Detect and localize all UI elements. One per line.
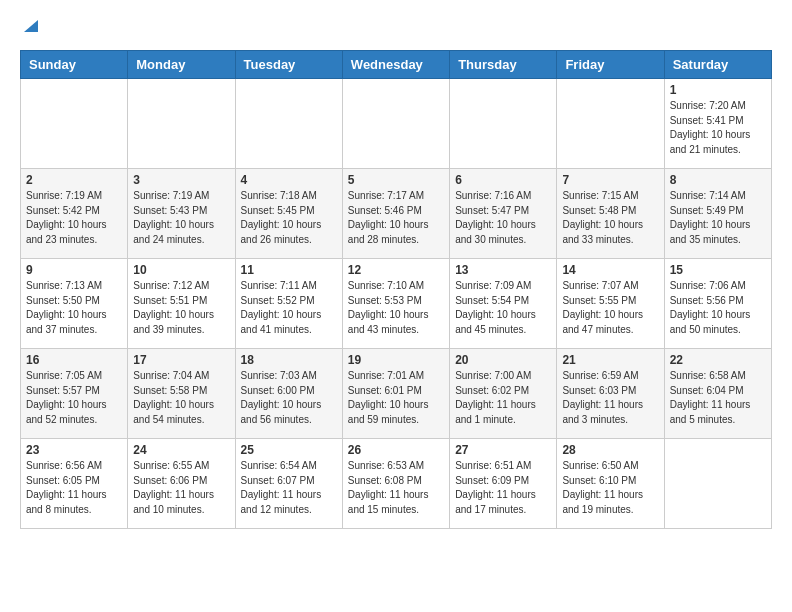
day-info: Sunrise: 7:11 AM Sunset: 5:52 PM Dayligh… <box>241 279 337 337</box>
day-info: Sunrise: 7:04 AM Sunset: 5:58 PM Dayligh… <box>133 369 229 427</box>
calendar-cell <box>664 439 771 529</box>
calendar-cell: 28Sunrise: 6:50 AM Sunset: 6:10 PM Dayli… <box>557 439 664 529</box>
calendar-cell: 27Sunrise: 6:51 AM Sunset: 6:09 PM Dayli… <box>450 439 557 529</box>
calendar-cell: 4Sunrise: 7:18 AM Sunset: 5:45 PM Daylig… <box>235 169 342 259</box>
day-info: Sunrise: 7:15 AM Sunset: 5:48 PM Dayligh… <box>562 189 658 247</box>
day-info: Sunrise: 7:12 AM Sunset: 5:51 PM Dayligh… <box>133 279 229 337</box>
day-number: 9 <box>26 263 122 277</box>
calendar-cell: 19Sunrise: 7:01 AM Sunset: 6:01 PM Dayli… <box>342 349 449 439</box>
calendar-cell <box>235 79 342 169</box>
day-number: 14 <box>562 263 658 277</box>
day-number: 17 <box>133 353 229 367</box>
day-number: 12 <box>348 263 444 277</box>
weekday-header-wednesday: Wednesday <box>342 51 449 79</box>
calendar-cell: 21Sunrise: 6:59 AM Sunset: 6:03 PM Dayli… <box>557 349 664 439</box>
day-number: 26 <box>348 443 444 457</box>
day-info: Sunrise: 6:58 AM Sunset: 6:04 PM Dayligh… <box>670 369 766 427</box>
day-info: Sunrise: 7:07 AM Sunset: 5:55 PM Dayligh… <box>562 279 658 337</box>
calendar-cell: 11Sunrise: 7:11 AM Sunset: 5:52 PM Dayli… <box>235 259 342 349</box>
weekday-header-friday: Friday <box>557 51 664 79</box>
day-number: 3 <box>133 173 229 187</box>
day-info: Sunrise: 6:50 AM Sunset: 6:10 PM Dayligh… <box>562 459 658 517</box>
day-number: 16 <box>26 353 122 367</box>
day-info: Sunrise: 7:14 AM Sunset: 5:49 PM Dayligh… <box>670 189 766 247</box>
calendar-cell: 5Sunrise: 7:17 AM Sunset: 5:46 PM Daylig… <box>342 169 449 259</box>
day-number: 4 <box>241 173 337 187</box>
weekday-header-tuesday: Tuesday <box>235 51 342 79</box>
weekday-header-sunday: Sunday <box>21 51 128 79</box>
calendar-cell <box>342 79 449 169</box>
calendar-cell: 23Sunrise: 6:56 AM Sunset: 6:05 PM Dayli… <box>21 439 128 529</box>
day-info: Sunrise: 7:10 AM Sunset: 5:53 PM Dayligh… <box>348 279 444 337</box>
calendar-cell: 17Sunrise: 7:04 AM Sunset: 5:58 PM Dayli… <box>128 349 235 439</box>
day-info: Sunrise: 7:03 AM Sunset: 6:00 PM Dayligh… <box>241 369 337 427</box>
day-info: Sunrise: 7:17 AM Sunset: 5:46 PM Dayligh… <box>348 189 444 247</box>
day-number: 24 <box>133 443 229 457</box>
calendar-cell: 18Sunrise: 7:03 AM Sunset: 6:00 PM Dayli… <box>235 349 342 439</box>
logo <box>20 20 40 34</box>
day-info: Sunrise: 7:05 AM Sunset: 5:57 PM Dayligh… <box>26 369 122 427</box>
day-info: Sunrise: 7:09 AM Sunset: 5:54 PM Dayligh… <box>455 279 551 337</box>
day-number: 10 <box>133 263 229 277</box>
calendar-week-2: 2Sunrise: 7:19 AM Sunset: 5:42 PM Daylig… <box>21 169 772 259</box>
calendar-week-5: 23Sunrise: 6:56 AM Sunset: 6:05 PM Dayli… <box>21 439 772 529</box>
day-info: Sunrise: 6:59 AM Sunset: 6:03 PM Dayligh… <box>562 369 658 427</box>
calendar-week-1: 1Sunrise: 7:20 AM Sunset: 5:41 PM Daylig… <box>21 79 772 169</box>
day-info: Sunrise: 7:20 AM Sunset: 5:41 PM Dayligh… <box>670 99 766 157</box>
day-info: Sunrise: 6:54 AM Sunset: 6:07 PM Dayligh… <box>241 459 337 517</box>
calendar-cell <box>557 79 664 169</box>
day-number: 22 <box>670 353 766 367</box>
weekday-header-saturday: Saturday <box>664 51 771 79</box>
day-number: 28 <box>562 443 658 457</box>
calendar-header-row: SundayMondayTuesdayWednesdayThursdayFrid… <box>21 51 772 79</box>
calendar-cell: 14Sunrise: 7:07 AM Sunset: 5:55 PM Dayli… <box>557 259 664 349</box>
logo-triangle-icon <box>22 16 40 34</box>
day-info: Sunrise: 7:19 AM Sunset: 5:43 PM Dayligh… <box>133 189 229 247</box>
day-number: 2 <box>26 173 122 187</box>
day-number: 5 <box>348 173 444 187</box>
calendar-cell: 10Sunrise: 7:12 AM Sunset: 5:51 PM Dayli… <box>128 259 235 349</box>
calendar-week-3: 9Sunrise: 7:13 AM Sunset: 5:50 PM Daylig… <box>21 259 772 349</box>
calendar-cell: 13Sunrise: 7:09 AM Sunset: 5:54 PM Dayli… <box>450 259 557 349</box>
calendar-cell: 2Sunrise: 7:19 AM Sunset: 5:42 PM Daylig… <box>21 169 128 259</box>
page-header <box>20 20 772 34</box>
day-info: Sunrise: 7:01 AM Sunset: 6:01 PM Dayligh… <box>348 369 444 427</box>
day-info: Sunrise: 6:51 AM Sunset: 6:09 PM Dayligh… <box>455 459 551 517</box>
day-number: 18 <box>241 353 337 367</box>
calendar-cell: 20Sunrise: 7:00 AM Sunset: 6:02 PM Dayli… <box>450 349 557 439</box>
calendar-cell: 25Sunrise: 6:54 AM Sunset: 6:07 PM Dayli… <box>235 439 342 529</box>
calendar-cell <box>450 79 557 169</box>
day-number: 13 <box>455 263 551 277</box>
day-number: 15 <box>670 263 766 277</box>
calendar-cell: 15Sunrise: 7:06 AM Sunset: 5:56 PM Dayli… <box>664 259 771 349</box>
day-info: Sunrise: 7:00 AM Sunset: 6:02 PM Dayligh… <box>455 369 551 427</box>
day-number: 27 <box>455 443 551 457</box>
calendar-cell: 26Sunrise: 6:53 AM Sunset: 6:08 PM Dayli… <box>342 439 449 529</box>
day-info: Sunrise: 7:06 AM Sunset: 5:56 PM Dayligh… <box>670 279 766 337</box>
day-info: Sunrise: 6:53 AM Sunset: 6:08 PM Dayligh… <box>348 459 444 517</box>
calendar-cell: 7Sunrise: 7:15 AM Sunset: 5:48 PM Daylig… <box>557 169 664 259</box>
calendar-table: SundayMondayTuesdayWednesdayThursdayFrid… <box>20 50 772 529</box>
day-number: 21 <box>562 353 658 367</box>
calendar-cell: 12Sunrise: 7:10 AM Sunset: 5:53 PM Dayli… <box>342 259 449 349</box>
day-number: 19 <box>348 353 444 367</box>
day-info: Sunrise: 6:55 AM Sunset: 6:06 PM Dayligh… <box>133 459 229 517</box>
calendar-week-4: 16Sunrise: 7:05 AM Sunset: 5:57 PM Dayli… <box>21 349 772 439</box>
day-number: 20 <box>455 353 551 367</box>
calendar-cell: 1Sunrise: 7:20 AM Sunset: 5:41 PM Daylig… <box>664 79 771 169</box>
day-info: Sunrise: 7:16 AM Sunset: 5:47 PM Dayligh… <box>455 189 551 247</box>
day-info: Sunrise: 7:13 AM Sunset: 5:50 PM Dayligh… <box>26 279 122 337</box>
day-info: Sunrise: 6:56 AM Sunset: 6:05 PM Dayligh… <box>26 459 122 517</box>
day-info: Sunrise: 7:18 AM Sunset: 5:45 PM Dayligh… <box>241 189 337 247</box>
calendar-cell: 22Sunrise: 6:58 AM Sunset: 6:04 PM Dayli… <box>664 349 771 439</box>
calendar-cell: 8Sunrise: 7:14 AM Sunset: 5:49 PM Daylig… <box>664 169 771 259</box>
calendar-cell: 3Sunrise: 7:19 AM Sunset: 5:43 PM Daylig… <box>128 169 235 259</box>
calendar-cell: 9Sunrise: 7:13 AM Sunset: 5:50 PM Daylig… <box>21 259 128 349</box>
calendar-cell: 16Sunrise: 7:05 AM Sunset: 5:57 PM Dayli… <box>21 349 128 439</box>
calendar-cell: 24Sunrise: 6:55 AM Sunset: 6:06 PM Dayli… <box>128 439 235 529</box>
day-number: 8 <box>670 173 766 187</box>
day-number: 23 <box>26 443 122 457</box>
weekday-header-monday: Monday <box>128 51 235 79</box>
calendar-cell <box>21 79 128 169</box>
calendar-cell <box>128 79 235 169</box>
